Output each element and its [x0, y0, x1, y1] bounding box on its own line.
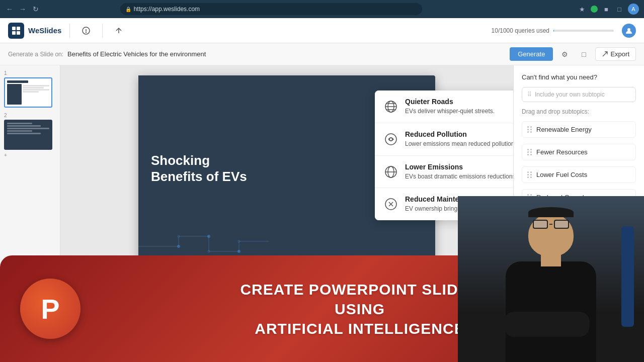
slide-2-number: 2	[4, 113, 7, 118]
subtopic-placeholder: Include your own subtopic	[535, 91, 605, 98]
slide-2-thumb[interactable]	[4, 120, 52, 150]
subtopic-2-label: Fewer Resources	[536, 148, 588, 156]
divider	[69, 24, 70, 38]
slide-1-number: 1	[4, 70, 7, 76]
extensions-icon[interactable]: ■	[602, 5, 611, 14]
back-button[interactable]: ←	[5, 5, 14, 14]
drag-handle-icon-3	[527, 171, 532, 178]
drag-handle-icon	[527, 126, 532, 133]
powerpoint-logo: P	[20, 279, 80, 339]
settings-button[interactable]: ⚙	[557, 47, 572, 62]
subtopic-3-label: Lower Fuel Costs	[536, 171, 587, 178]
svg-rect-1	[17, 27, 20, 30]
slide-title: Shocking Benefits of EVs	[151, 152, 257, 185]
queries-info: 10/1000 queries used	[492, 24, 636, 38]
svg-point-6	[86, 32, 87, 32]
slide-2-wrapper: 2 +	[4, 113, 56, 158]
divider2	[102, 24, 103, 38]
card-3-icon	[383, 164, 399, 180]
subtopic-1-label: Renewable Energy	[536, 126, 592, 133]
subtopic-fewer-resources[interactable]: Fewer Resources	[522, 144, 636, 160]
card-3-title: Lower Emissions	[405, 163, 513, 171]
lock-icon: 🔒	[125, 7, 131, 12]
svg-point-27	[385, 134, 396, 145]
subtopic-renewable-energy[interactable]: Renewable Energy	[522, 121, 636, 138]
overlay-banner: P CREATE POWERPOINT SLIDES USING ARTIFIC…	[0, 255, 644, 362]
drag-label: Drag and drop subtopics:	[522, 108, 636, 115]
generate-label: Generate a Slide on:	[8, 51, 63, 58]
queries-progress-fill	[553, 30, 554, 32]
window-icon[interactable]: □	[615, 5, 624, 14]
svg-rect-3	[17, 31, 20, 35]
expand-button[interactable]: □	[576, 47, 591, 62]
card-2-title: Reduced Pollution	[405, 130, 513, 138]
browser-actions: ★ ■ □ A	[578, 4, 639, 15]
generate-button[interactable]: Generate	[510, 47, 553, 61]
card-4-icon	[383, 196, 399, 212]
add-slide-icon[interactable]: +	[4, 152, 7, 158]
card-2-desc: Lower emissions mean reduced pollution.	[405, 140, 513, 148]
grid-icon: ⠿	[527, 91, 532, 98]
webcam-person	[458, 196, 644, 362]
slide-1-thumb[interactable]	[4, 77, 52, 108]
generate-input[interactable]	[67, 50, 506, 58]
svg-rect-2	[12, 31, 16, 35]
browser-profile[interactable]: A	[628, 4, 639, 15]
card-1-title: Quieter Roads	[405, 98, 513, 106]
webcam-overlay	[458, 196, 644, 362]
svg-point-28	[389, 138, 392, 141]
card-quieter-roads: Quieter Roads EVs deliver whisper-quiet …	[375, 90, 513, 123]
card-3-desc: EVs boast dramatic emissions reductions.	[405, 172, 513, 181]
card-3-text: Lower Emissions EVs boast dramatic emiss…	[405, 163, 513, 181]
bookmark-icon[interactable]: ★	[578, 5, 587, 14]
card-1-desc: EVs deliver whisper-quiet streets.	[405, 107, 513, 116]
generate-bar: Generate a Slide on: Generate ⚙ □ Export	[0, 43, 644, 65]
app-header: WeSlides 10/1000 queries used	[0, 18, 644, 43]
card-lower-emissions: Lower Emissions EVs boast dramatic emiss…	[375, 156, 513, 189]
export-label: Export	[610, 50, 629, 58]
forward-button[interactable]: →	[18, 5, 27, 14]
user-avatar[interactable]	[622, 24, 636, 38]
logo-icon	[8, 23, 24, 39]
card-2-text: Reduced Pollution Lower emissions mean r…	[405, 130, 513, 148]
share-button[interactable]	[111, 23, 127, 39]
queries-text: 10/1000 queries used	[492, 27, 549, 34]
card-1-text: Quieter Roads EVs deliver whisper-quiet …	[405, 98, 513, 116]
status-indicator	[591, 6, 598, 13]
main-area: 1 2	[0, 65, 644, 362]
slide-1-wrapper: 1	[4, 70, 56, 108]
svg-point-17	[207, 235, 210, 238]
drag-handle-icon-2	[527, 149, 532, 155]
url-bar[interactable]: 🔒 https://app.weslides.com	[120, 3, 422, 15]
slide-canvas: Shocking Benefits of EVs	[138, 75, 435, 261]
subtopic-lower-fuel-costs[interactable]: Lower Fuel Costs	[522, 166, 636, 183]
slide-left-panel: Shocking Benefits of EVs	[138, 75, 269, 261]
powerpoint-p-letter: P	[41, 293, 59, 325]
cant-find-label: Can't find what you need?	[522, 73, 636, 81]
svg-point-18	[237, 250, 240, 253]
queries-progress	[553, 30, 614, 32]
browser-chrome: ← → ↻ 🔒 https://app.weslides.com ★ ■ □ A	[0, 0, 644, 18]
svg-point-16	[177, 245, 180, 248]
subtopic-input[interactable]: ⠿ Include your own subtopic	[522, 87, 636, 102]
card-1-icon	[383, 99, 399, 115]
export-button[interactable]: Export	[595, 47, 636, 61]
notifications-button[interactable]	[78, 23, 94, 39]
logo-area: WeSlides	[8, 23, 61, 39]
app-logo-text: WeSlides	[28, 26, 61, 35]
card-2-icon	[383, 131, 399, 147]
url-text: https://app.weslides.com	[134, 6, 200, 13]
profile-letter: A	[631, 6, 635, 12]
card-reduced-pollution: Reduced Pollution Lower emissions mean r…	[375, 123, 513, 156]
reload-button[interactable]: ↻	[31, 5, 40, 14]
svg-rect-0	[12, 27, 16, 30]
